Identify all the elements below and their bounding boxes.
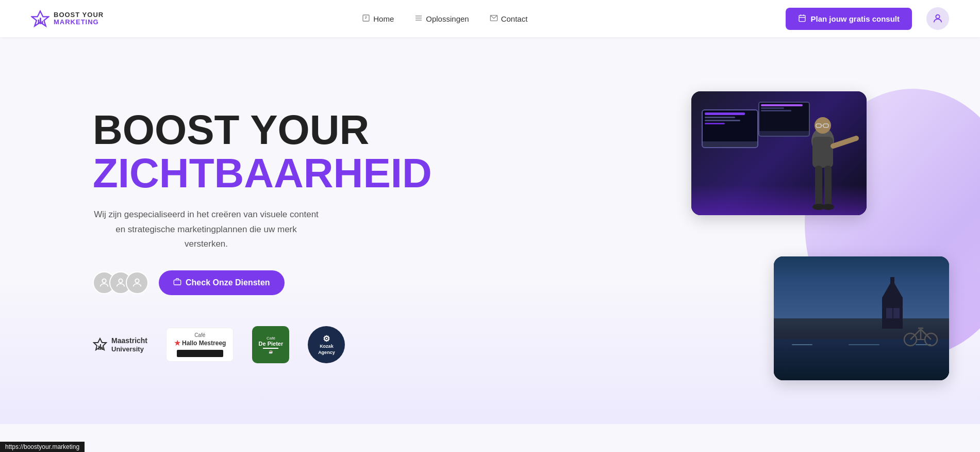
menu-icon	[414, 14, 423, 24]
avatar-3	[126, 271, 148, 294]
svg-rect-30	[824, 166, 832, 207]
svg-rect-3	[42, 21, 43, 24]
hero-image-city	[774, 256, 949, 380]
client-hallo: Café ★ Hallo Mestreeg	[166, 328, 234, 362]
svg-rect-29	[815, 166, 822, 207]
logo[interactable]: BOOST YOUR MARKETING	[31, 9, 104, 28]
client-logos: Maastricht University Café ★ Hallo Mestr…	[93, 326, 432, 363]
hero-images	[691, 91, 949, 380]
hero-image-desk	[691, 91, 867, 215]
logo-text: BOOST YOUR MARKETING	[54, 11, 104, 26]
maastricht-icon	[93, 337, 107, 352]
nav-links: Home Oplossingen Contact	[362, 14, 527, 24]
svg-rect-17	[174, 280, 180, 285]
svg-rect-21	[102, 347, 103, 350]
plan-consult-button[interactable]: Plan jouw gratis consult	[786, 8, 912, 30]
hero-content-left: BOOST YOUR ZICHTBAARHEID Wij zijn gespec…	[93, 108, 432, 364]
briefcase-icon	[173, 278, 181, 288]
svg-rect-37	[893, 308, 900, 318]
status-bar: https://boostyour.marketing	[0, 442, 85, 452]
client-cafepieter: Café De Pieter ☕	[252, 326, 289, 363]
svg-point-16	[135, 279, 139, 283]
svg-rect-20	[100, 344, 101, 350]
nav-item-contact[interactable]: Contact	[490, 14, 528, 24]
svg-point-14	[102, 279, 106, 283]
person-silhouette	[784, 115, 861, 215]
hero-section: BOOST YOUR ZICHTBAARHEID Wij zijn gespec…	[0, 37, 980, 424]
client-maastricht: Maastricht University	[93, 336, 147, 353]
svg-rect-27	[812, 137, 833, 168]
svg-rect-19	[98, 346, 99, 350]
check-diensten-button[interactable]: Check Onze Diensten	[159, 270, 285, 295]
svg-rect-36	[886, 308, 892, 318]
svg-rect-9	[799, 15, 805, 21]
svg-point-32	[822, 204, 834, 210]
svg-line-41	[921, 329, 931, 340]
nav-item-oplossingen[interactable]: Oplossingen	[414, 14, 469, 24]
client-kozak: ⚙ KozakAgency	[308, 326, 345, 363]
svg-rect-35	[890, 277, 894, 287]
svg-rect-1	[38, 20, 40, 24]
svg-point-15	[119, 279, 122, 283]
user-avatar[interactable]	[926, 7, 949, 30]
svg-line-28	[833, 138, 856, 146]
hallo-skyline	[177, 350, 223, 357]
svg-point-13	[936, 15, 939, 19]
navbar: BOOST YOUR MARKETING Home Oplossingen	[0, 0, 980, 37]
hero-actions: Check Onze Diensten	[93, 270, 432, 295]
hero-description: Wij zijn gespecialiseerd in het creëren …	[93, 207, 320, 252]
mail-icon	[490, 14, 498, 24]
nav-item-home[interactable]: Home	[362, 14, 394, 24]
logo-icon	[31, 9, 49, 28]
avatar-stack	[93, 271, 148, 294]
svg-line-40	[910, 329, 921, 340]
calendar-icon	[798, 14, 806, 24]
home-icon	[362, 14, 370, 24]
hero-heading: BOOST YOUR ZICHTBAARHEID	[93, 108, 432, 195]
bicycle-silhouette	[903, 321, 939, 349]
svg-rect-2	[40, 18, 41, 24]
